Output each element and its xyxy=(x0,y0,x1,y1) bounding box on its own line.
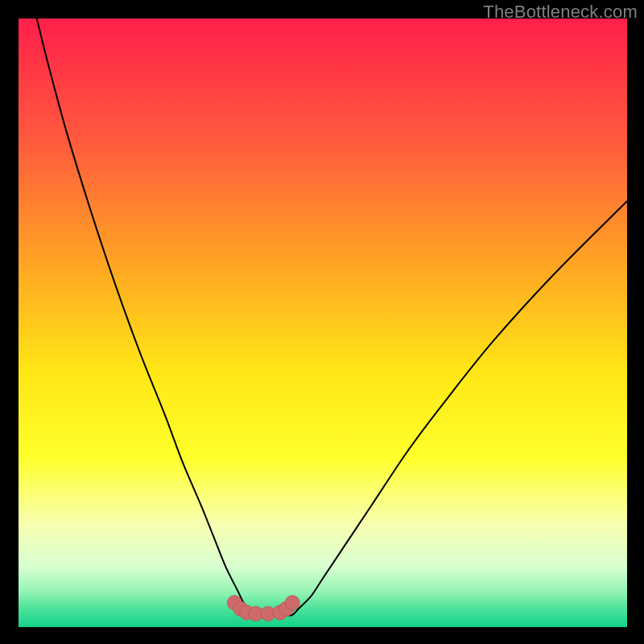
chart-stage: TheBottleneck.com xyxy=(0,0,644,644)
plot-area xyxy=(19,19,627,627)
svg-rect-0 xyxy=(19,19,627,627)
gradient-background xyxy=(19,19,627,627)
attribution-text: TheBottleneck.com xyxy=(483,2,638,23)
